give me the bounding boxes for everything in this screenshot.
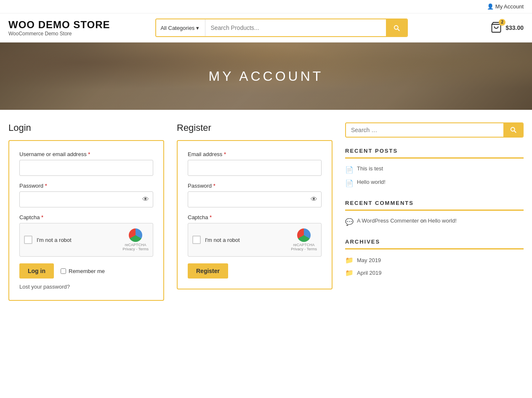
- hero-title: MY ACCOUNT: [209, 69, 324, 84]
- register-title: Register: [177, 122, 332, 133]
- chevron-down-icon: ▾: [196, 25, 199, 31]
- search-button[interactable]: [386, 19, 407, 36]
- commenter-link[interactable]: A WordPress Commenter: [357, 218, 419, 224]
- post-icon: 📄: [345, 166, 354, 174]
- post-link[interactable]: This is test: [357, 165, 383, 172]
- recent-comments-title: RECENT COMMENTS: [345, 200, 524, 211]
- email-required: *: [224, 151, 226, 157]
- list-item: 📁 May 2019: [345, 254, 524, 266]
- login-captcha-box[interactable]: I'm not a robot reCAPTCHA Privacy - Term…: [19, 223, 153, 257]
- email-label: Email address *: [188, 151, 322, 157]
- header: WOO DEMO STORE WooCommerce Demo Store Al…: [0, 13, 532, 42]
- account-label: My Account: [495, 3, 524, 10]
- register-password-label: Password *: [188, 183, 322, 189]
- login-captcha-text: I'm not a robot: [37, 237, 118, 243]
- login-password-label: Password *: [19, 183, 153, 189]
- logo-area: WOO DEMO STORE WooCommerce Demo Store: [8, 19, 110, 37]
- main-content: Login Username or email address * Passwo…: [0, 110, 532, 313]
- comment-post-link[interactable]: Hello world!: [428, 218, 457, 224]
- register-password-required: *: [213, 183, 215, 189]
- register-captcha-text: I'm not a robot: [205, 237, 287, 243]
- email-group: Email address *: [188, 151, 322, 176]
- sidebar-search-icon: [509, 126, 517, 133]
- register-captcha-required: *: [210, 214, 212, 220]
- remember-checkbox[interactable]: [61, 268, 66, 274]
- list-item: 📄 Hello world!: [345, 176, 524, 190]
- recaptcha-privacy: Privacy - Terms: [122, 247, 149, 251]
- login-captcha-required: *: [41, 214, 43, 220]
- cart-badge: 2: [499, 19, 505, 26]
- search-icon: [393, 24, 400, 32]
- login-captcha-label: Captcha *: [19, 214, 153, 220]
- recaptcha-label: reCAPTCHA: [125, 243, 146, 247]
- remember-label[interactable]: Remember me: [61, 268, 105, 274]
- register-actions: Register: [188, 263, 322, 279]
- list-item: 💬 A WordPress Commenter on Hello world!: [345, 215, 524, 228]
- login-password-input[interactable]: [19, 191, 153, 207]
- register-button[interactable]: Register: [188, 263, 228, 279]
- login-password-required: *: [45, 183, 47, 189]
- register-eye-icon[interactable]: 👁: [311, 196, 317, 203]
- category-dropdown[interactable]: All Categories ▾: [156, 19, 205, 36]
- recent-comments-list: 💬 A WordPress Commenter on Hello world!: [345, 215, 524, 228]
- register-column: Register Email address * Password * 👁: [177, 122, 332, 301]
- register-recaptcha-logo: [297, 228, 311, 242]
- archive-icon: 📁: [345, 269, 354, 277]
- logo-title: WOO DEMO STORE: [8, 19, 110, 31]
- login-actions: Log in Remember me: [19, 263, 153, 279]
- register-captcha-group: Captcha * I'm not a robot reCAPTCHA Priv…: [188, 214, 322, 257]
- post-link[interactable]: Hello world!: [357, 179, 386, 185]
- logo-subtitle: WooCommerce Demo Store: [8, 31, 110, 37]
- comment-icon: 💬: [345, 218, 354, 226]
- my-account-link[interactable]: 👤 My Account: [487, 3, 524, 10]
- archive-link[interactable]: May 2019: [357, 257, 381, 263]
- sidebar-search-box: [345, 122, 524, 138]
- register-recaptcha-label: reCAPTCHA: [293, 243, 315, 247]
- list-item: 📄 This is test: [345, 163, 524, 176]
- cart-price: $33.00: [505, 24, 524, 31]
- recaptcha-logo: [129, 228, 142, 242]
- login-password-wrap: 👁: [19, 191, 153, 207]
- archives-list: 📁 May 2019 📁 April 2019: [345, 254, 524, 279]
- cart-area[interactable]: 2 $33.00: [490, 21, 524, 34]
- login-button[interactable]: Log in: [19, 263, 54, 279]
- post-icon: 📄: [345, 179, 354, 187]
- register-password-input[interactable]: [188, 191, 322, 207]
- search-input[interactable]: [205, 19, 386, 36]
- list-item: 📁 April 2019: [345, 266, 524, 279]
- hero-banner: MY ACCOUNT: [0, 42, 532, 110]
- register-password-wrap: 👁: [188, 191, 322, 207]
- recent-posts-title: RECENT POSTS: [345, 148, 524, 159]
- lost-password-link[interactable]: Lost your password?: [19, 284, 153, 290]
- archive-icon: 📁: [345, 256, 354, 264]
- top-bar: 👤 My Account: [0, 0, 532, 13]
- sidebar-search-input[interactable]: [346, 123, 503, 137]
- username-required: *: [88, 151, 90, 157]
- register-captcha-box[interactable]: I'm not a robot reCAPTCHA Privacy - Term…: [188, 223, 322, 257]
- login-captcha-group: Captcha * I'm not a robot reCAPTCHA Priv…: [19, 214, 153, 257]
- sidebar: RECENT POSTS 📄 This is test 📄 Hello worl…: [345, 122, 524, 301]
- category-label: All Categories: [160, 25, 194, 31]
- cart-icon-wrap[interactable]: 2: [490, 21, 502, 34]
- login-captcha-checkbox[interactable]: [24, 236, 32, 244]
- register-recaptcha-privacy: Privacy - Terms: [291, 247, 317, 251]
- login-column: Login Username or email address * Passwo…: [8, 122, 164, 301]
- register-captcha-checkbox[interactable]: [192, 236, 201, 244]
- account-icon: 👤: [487, 3, 494, 10]
- username-input[interactable]: [19, 160, 153, 176]
- login-eye-icon[interactable]: 👁: [142, 196, 149, 203]
- email-input[interactable]: [188, 160, 322, 176]
- recent-posts-list: 📄 This is test 📄 Hello world!: [345, 163, 524, 190]
- comment-content: A WordPress Commenter on Hello world!: [357, 218, 457, 224]
- username-group: Username or email address *: [19, 151, 153, 176]
- archive-link[interactable]: April 2019: [357, 270, 382, 276]
- search-bar: All Categories ▾: [155, 19, 408, 37]
- login-form-box: Username or email address * Password * 👁…: [8, 140, 164, 301]
- sidebar-search-button[interactable]: [503, 123, 523, 137]
- login-title: Login: [8, 122, 164, 133]
- register-password-group: Password * 👁: [188, 183, 322, 207]
- username-label: Username or email address *: [19, 151, 153, 157]
- register-form-box: Email address * Password * 👁 Captcha *: [177, 140, 332, 289]
- comment-on: on: [420, 218, 426, 224]
- archives-title: ARCHIVES: [345, 239, 524, 249]
